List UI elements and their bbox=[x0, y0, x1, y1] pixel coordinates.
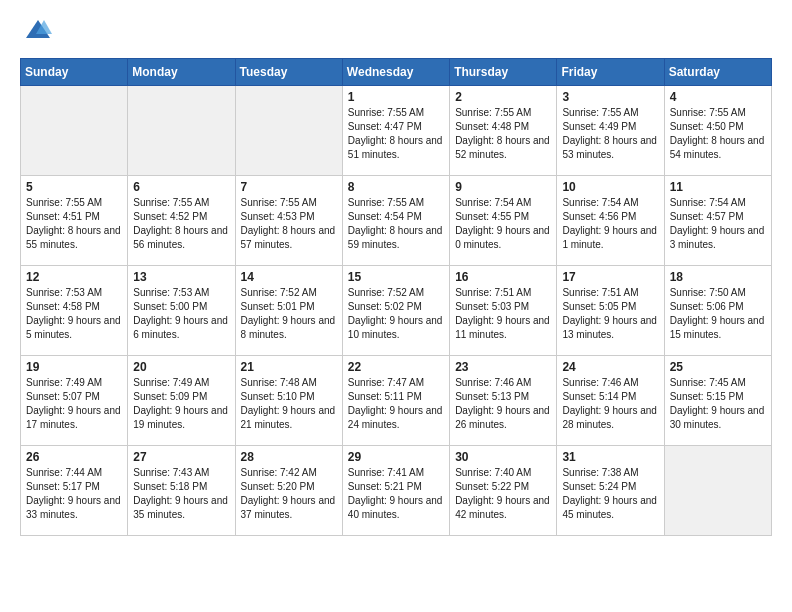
calendar-cell: 27Sunrise: 7:43 AM Sunset: 5:18 PM Dayli… bbox=[128, 446, 235, 536]
day-number: 29 bbox=[348, 450, 444, 464]
day-number: 25 bbox=[670, 360, 766, 374]
day-info: Sunrise: 7:51 AM Sunset: 5:03 PM Dayligh… bbox=[455, 286, 551, 342]
calendar-cell: 14Sunrise: 7:52 AM Sunset: 5:01 PM Dayli… bbox=[235, 266, 342, 356]
day-number: 31 bbox=[562, 450, 658, 464]
day-number: 8 bbox=[348, 180, 444, 194]
calendar-cell: 8Sunrise: 7:55 AM Sunset: 4:54 PM Daylig… bbox=[342, 176, 449, 266]
day-info: Sunrise: 7:48 AM Sunset: 5:10 PM Dayligh… bbox=[241, 376, 337, 432]
calendar-cell: 13Sunrise: 7:53 AM Sunset: 5:00 PM Dayli… bbox=[128, 266, 235, 356]
day-number: 10 bbox=[562, 180, 658, 194]
day-number: 18 bbox=[670, 270, 766, 284]
weekday-header: Tuesday bbox=[235, 59, 342, 86]
calendar-cell: 23Sunrise: 7:46 AM Sunset: 5:13 PM Dayli… bbox=[450, 356, 557, 446]
day-number: 2 bbox=[455, 90, 551, 104]
calendar-cell: 19Sunrise: 7:49 AM Sunset: 5:07 PM Dayli… bbox=[21, 356, 128, 446]
day-number: 4 bbox=[670, 90, 766, 104]
day-info: Sunrise: 7:55 AM Sunset: 4:47 PM Dayligh… bbox=[348, 106, 444, 162]
day-number: 6 bbox=[133, 180, 229, 194]
calendar-table: SundayMondayTuesdayWednesdayThursdayFrid… bbox=[20, 58, 772, 536]
day-number: 23 bbox=[455, 360, 551, 374]
calendar-cell: 4Sunrise: 7:55 AM Sunset: 4:50 PM Daylig… bbox=[664, 86, 771, 176]
weekday-header-row: SundayMondayTuesdayWednesdayThursdayFrid… bbox=[21, 59, 772, 86]
day-info: Sunrise: 7:50 AM Sunset: 5:06 PM Dayligh… bbox=[670, 286, 766, 342]
day-number: 15 bbox=[348, 270, 444, 284]
day-info: Sunrise: 7:55 AM Sunset: 4:49 PM Dayligh… bbox=[562, 106, 658, 162]
day-info: Sunrise: 7:40 AM Sunset: 5:22 PM Dayligh… bbox=[455, 466, 551, 522]
calendar-week-row: 12Sunrise: 7:53 AM Sunset: 4:58 PM Dayli… bbox=[21, 266, 772, 356]
day-info: Sunrise: 7:43 AM Sunset: 5:18 PM Dayligh… bbox=[133, 466, 229, 522]
day-info: Sunrise: 7:51 AM Sunset: 5:05 PM Dayligh… bbox=[562, 286, 658, 342]
weekday-header: Saturday bbox=[664, 59, 771, 86]
calendar-cell: 20Sunrise: 7:49 AM Sunset: 5:09 PM Dayli… bbox=[128, 356, 235, 446]
calendar-week-row: 26Sunrise: 7:44 AM Sunset: 5:17 PM Dayli… bbox=[21, 446, 772, 536]
calendar-cell: 29Sunrise: 7:41 AM Sunset: 5:21 PM Dayli… bbox=[342, 446, 449, 536]
calendar-cell: 28Sunrise: 7:42 AM Sunset: 5:20 PM Dayli… bbox=[235, 446, 342, 536]
calendar-cell: 26Sunrise: 7:44 AM Sunset: 5:17 PM Dayli… bbox=[21, 446, 128, 536]
day-info: Sunrise: 7:55 AM Sunset: 4:54 PM Dayligh… bbox=[348, 196, 444, 252]
day-info: Sunrise: 7:41 AM Sunset: 5:21 PM Dayligh… bbox=[348, 466, 444, 522]
calendar-cell: 7Sunrise: 7:55 AM Sunset: 4:53 PM Daylig… bbox=[235, 176, 342, 266]
calendar-cell bbox=[235, 86, 342, 176]
calendar-cell: 9Sunrise: 7:54 AM Sunset: 4:55 PM Daylig… bbox=[450, 176, 557, 266]
day-info: Sunrise: 7:55 AM Sunset: 4:53 PM Dayligh… bbox=[241, 196, 337, 252]
calendar-cell: 16Sunrise: 7:51 AM Sunset: 5:03 PM Dayli… bbox=[450, 266, 557, 356]
calendar-cell bbox=[128, 86, 235, 176]
day-info: Sunrise: 7:53 AM Sunset: 5:00 PM Dayligh… bbox=[133, 286, 229, 342]
calendar-cell: 18Sunrise: 7:50 AM Sunset: 5:06 PM Dayli… bbox=[664, 266, 771, 356]
weekday-header: Friday bbox=[557, 59, 664, 86]
day-info: Sunrise: 7:52 AM Sunset: 5:01 PM Dayligh… bbox=[241, 286, 337, 342]
day-number: 5 bbox=[26, 180, 122, 194]
day-number: 22 bbox=[348, 360, 444, 374]
calendar-week-row: 19Sunrise: 7:49 AM Sunset: 5:07 PM Dayli… bbox=[21, 356, 772, 446]
day-number: 11 bbox=[670, 180, 766, 194]
day-number: 21 bbox=[241, 360, 337, 374]
logo bbox=[20, 16, 52, 46]
calendar-cell bbox=[664, 446, 771, 536]
calendar-cell: 15Sunrise: 7:52 AM Sunset: 5:02 PM Dayli… bbox=[342, 266, 449, 356]
day-number: 7 bbox=[241, 180, 337, 194]
day-number: 24 bbox=[562, 360, 658, 374]
calendar-cell: 11Sunrise: 7:54 AM Sunset: 4:57 PM Dayli… bbox=[664, 176, 771, 266]
day-number: 27 bbox=[133, 450, 229, 464]
weekday-header: Monday bbox=[128, 59, 235, 86]
day-info: Sunrise: 7:55 AM Sunset: 4:52 PM Dayligh… bbox=[133, 196, 229, 252]
calendar-cell: 12Sunrise: 7:53 AM Sunset: 4:58 PM Dayli… bbox=[21, 266, 128, 356]
day-number: 1 bbox=[348, 90, 444, 104]
calendar-cell: 10Sunrise: 7:54 AM Sunset: 4:56 PM Dayli… bbox=[557, 176, 664, 266]
day-info: Sunrise: 7:47 AM Sunset: 5:11 PM Dayligh… bbox=[348, 376, 444, 432]
day-number: 16 bbox=[455, 270, 551, 284]
day-number: 3 bbox=[562, 90, 658, 104]
day-info: Sunrise: 7:55 AM Sunset: 4:51 PM Dayligh… bbox=[26, 196, 122, 252]
logo-icon bbox=[24, 16, 52, 44]
day-info: Sunrise: 7:45 AM Sunset: 5:15 PM Dayligh… bbox=[670, 376, 766, 432]
calendar-cell: 17Sunrise: 7:51 AM Sunset: 5:05 PM Dayli… bbox=[557, 266, 664, 356]
day-info: Sunrise: 7:46 AM Sunset: 5:14 PM Dayligh… bbox=[562, 376, 658, 432]
calendar-cell: 21Sunrise: 7:48 AM Sunset: 5:10 PM Dayli… bbox=[235, 356, 342, 446]
weekday-header: Thursday bbox=[450, 59, 557, 86]
calendar-cell: 25Sunrise: 7:45 AM Sunset: 5:15 PM Dayli… bbox=[664, 356, 771, 446]
calendar-week-row: 5Sunrise: 7:55 AM Sunset: 4:51 PM Daylig… bbox=[21, 176, 772, 266]
header bbox=[20, 16, 772, 46]
calendar-cell: 1Sunrise: 7:55 AM Sunset: 4:47 PM Daylig… bbox=[342, 86, 449, 176]
day-info: Sunrise: 7:53 AM Sunset: 4:58 PM Dayligh… bbox=[26, 286, 122, 342]
calendar-cell: 2Sunrise: 7:55 AM Sunset: 4:48 PM Daylig… bbox=[450, 86, 557, 176]
day-number: 17 bbox=[562, 270, 658, 284]
calendar-cell: 6Sunrise: 7:55 AM Sunset: 4:52 PM Daylig… bbox=[128, 176, 235, 266]
calendar-week-row: 1Sunrise: 7:55 AM Sunset: 4:47 PM Daylig… bbox=[21, 86, 772, 176]
day-info: Sunrise: 7:54 AM Sunset: 4:55 PM Dayligh… bbox=[455, 196, 551, 252]
day-info: Sunrise: 7:42 AM Sunset: 5:20 PM Dayligh… bbox=[241, 466, 337, 522]
day-number: 9 bbox=[455, 180, 551, 194]
day-number: 20 bbox=[133, 360, 229, 374]
day-info: Sunrise: 7:55 AM Sunset: 4:48 PM Dayligh… bbox=[455, 106, 551, 162]
day-number: 13 bbox=[133, 270, 229, 284]
calendar-cell: 24Sunrise: 7:46 AM Sunset: 5:14 PM Dayli… bbox=[557, 356, 664, 446]
calendar-cell: 5Sunrise: 7:55 AM Sunset: 4:51 PM Daylig… bbox=[21, 176, 128, 266]
day-info: Sunrise: 7:55 AM Sunset: 4:50 PM Dayligh… bbox=[670, 106, 766, 162]
day-number: 19 bbox=[26, 360, 122, 374]
day-info: Sunrise: 7:44 AM Sunset: 5:17 PM Dayligh… bbox=[26, 466, 122, 522]
page: SundayMondayTuesdayWednesdayThursdayFrid… bbox=[0, 0, 792, 556]
day-number: 26 bbox=[26, 450, 122, 464]
day-info: Sunrise: 7:54 AM Sunset: 4:56 PM Dayligh… bbox=[562, 196, 658, 252]
calendar-cell bbox=[21, 86, 128, 176]
day-info: Sunrise: 7:54 AM Sunset: 4:57 PM Dayligh… bbox=[670, 196, 766, 252]
